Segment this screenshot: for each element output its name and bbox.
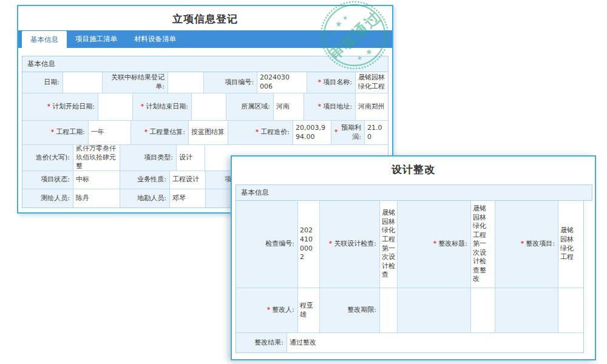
field-check-no-value: 2024100002 [298,201,320,288]
field-business-label: 业务性质: [120,171,170,189]
field-profit-value: 21.00 [365,121,388,144]
field-plan-end-value [192,93,226,120]
field-status-value: 中标 [73,171,120,189]
field-region-label: 所属区域: [226,93,274,120]
field-rect-title-label: *整改标题: [398,201,471,288]
field-design-check-label: *关联设计检查: [320,201,380,288]
tab-bar: 基本信息 项目施工清单 材料设备清单 [18,30,392,48]
field-bid-link-value [168,72,204,93]
field-rect-title-value: 晟铭园林绿化工程第一次设计检查整改 [471,201,495,288]
required-star: * [256,128,259,137]
required-star: * [334,128,338,137]
field-cost-words-label: 造价(大写): [22,145,73,170]
field-project-name-label: *项目名称: [307,72,356,93]
form-row: *计划开始日期: *计划结束日期: 所属区域: 河南 *项目地址: 河南郑州 [22,93,388,121]
field-rect-project-value: 晟铭园林绿化工程 [558,201,583,288]
form-row: 日期: 关联中标结果登记单: 项目编号: 2024030006 *项目名称: 晟… [22,72,388,93]
field-geo-value: 邓琴 [170,189,206,207]
required-star: * [318,78,322,87]
required-star: * [141,103,144,112]
field-rect-deadline-value [380,288,398,332]
field-profit-label: *预期利润: [331,121,365,144]
field-rect-result-label: 整改结果: [236,333,287,352]
tab-material-equipment-list[interactable]: 材料设备清单 [126,30,185,48]
field-quantity-est-value: 按蓝图结算 [189,121,228,144]
field-rect-result-value: 通过整改 [287,333,583,352]
field-rect-deadline-label: 整改期限: [320,288,380,332]
required-star: * [47,103,51,112]
field-date-label: 日期: [22,72,63,93]
field-date-value [63,72,103,93]
field-bid-link-label: 关联中标结果登记单: [103,72,168,93]
empty-cell [558,288,583,332]
field-type-label: 项目类型: [120,145,177,170]
empty-label-cell [398,288,471,332]
form-row: *工程工期: 一年 *工程量估算: 按蓝图结算 *工程造价: 20,003,99… [22,121,388,145]
required-star: * [267,306,271,315]
field-design-check-value: 晟铭园林绿化工程第一次设计检查 [380,201,398,288]
field-plan-start-value [98,93,133,120]
field-plan-end-label: *计划结束日期: [133,93,192,120]
section-header-basic-info: 基本信息 [22,56,388,72]
required-star: * [51,128,55,137]
field-cost-label: *工程造价: [228,121,293,144]
form-row: *整改人: 程亚雄 整改期限: [236,288,583,333]
tab-basic-info[interactable]: 基本信息 [22,31,67,48]
required-star: * [144,128,148,137]
field-rect-project-label: *整改项目: [495,201,558,288]
tab-construction-list[interactable]: 项目施工清单 [67,30,126,48]
field-duration-label: *工程工期: [22,121,89,144]
field-type-value: 设计 [177,145,205,170]
rectification-form-table: 检查编号: 2024100002 *关联设计检查: 晟铭园林绿化工程第一次设计检… [236,201,584,353]
empty-cell [471,288,495,332]
required-star: * [329,240,333,249]
design-rectification-window: 设计整改 基本信息 检查编号: 2024100002 *关联设计检查: 晟铭园林… [231,155,596,360]
form-row: 检查编号: 2024100002 *关联设计检查: 晟铭园林绿化工程第一次设计检… [236,201,583,288]
empty-label-cell [495,288,558,332]
form-row: 整改结果: 通过整改 [236,333,583,352]
field-project-no-label: 项目编号: [204,72,257,93]
field-status-label: 项目状态: [22,171,73,189]
required-star: * [521,240,524,249]
page-title: 设计整改 [232,163,595,175]
field-address-value: 河南郑州 [356,93,388,120]
field-region-value: 河南 [274,93,304,120]
field-surveyor-label: 测绘人员: [22,189,73,207]
field-cost-words-value: 贰仟万零叁仟玖佰玖拾肆元整 [73,145,120,170]
field-rect-person-value: 程亚雄 [298,288,320,332]
field-geo-label: 地勘人员: [120,189,170,207]
page-title: 立项信息登记 [18,13,392,25]
field-check-no-label: 检查编号: [236,201,298,288]
field-project-no-value: 2024030006 [257,72,307,93]
required-star: * [318,103,322,112]
field-duration-value: 一年 [89,121,131,144]
field-business-value: 工程设计 [170,171,206,189]
field-plan-start-label: *计划开始日期: [22,93,98,120]
field-rect-person-label: *整改人: [236,288,298,332]
required-star: * [433,240,437,249]
field-surveyor-value: 陈丹 [73,189,120,207]
field-address-label: *项目地址: [304,93,356,120]
section-header-basic-info: 基本信息 [236,184,592,201]
field-project-name-value: 晟铭园林绿化工程 [356,72,388,93]
field-cost-value: 20,003,994.00 [293,121,331,144]
field-quantity-est-label: *工程量估算: [131,121,189,144]
